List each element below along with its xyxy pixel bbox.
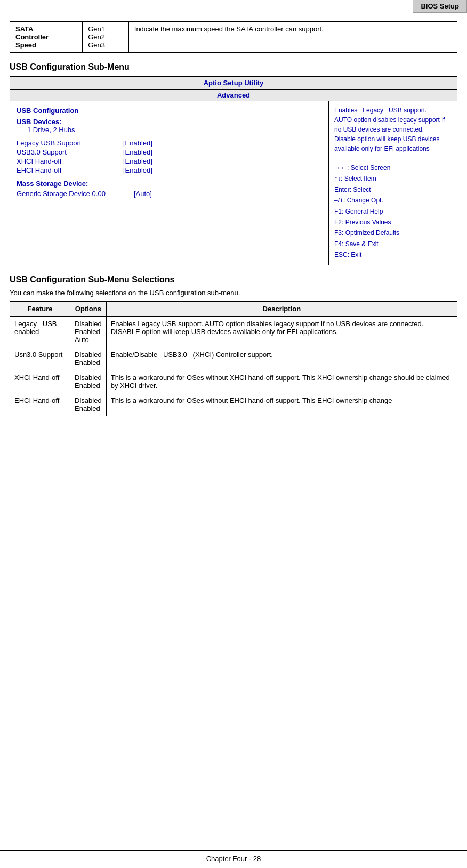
- aptio-panel: Aptio Setup Utility Advanced USB Configu…: [10, 76, 457, 265]
- ehci-label: EHCI Hand-off: [17, 166, 123, 174]
- ehci-value: [Enabled]: [123, 166, 152, 174]
- aptio-left-panel: USB Configuration USB Devices: 1 Drive, …: [10, 101, 329, 265]
- gen2-label: Gen2: [88, 33, 105, 41]
- usb-devices-value: 1 Drive, 2 Hubs: [27, 126, 75, 134]
- bios-setup-tab: BIOS Setup: [413, 0, 467, 13]
- mass-storage-device: Generic Storage Device 0.00: [17, 190, 134, 198]
- table-row: Legacy USB enabled DisabledEnabledAuto E…: [10, 316, 457, 347]
- usb-devices-section: USB Devices: 1 Drive, 2 Hubs: [17, 118, 322, 134]
- table-row: Usn3.0 Support DisabledEnabled Enable/Di…: [10, 347, 457, 370]
- desc-ehci: This is a workaround for OSes without EH…: [106, 393, 457, 416]
- legacy-usb-row: Legacy USB Support [Enabled]: [17, 139, 322, 147]
- desc-usn30: Enable/Disable USB3.0 (XHCI) Controller …: [106, 347, 457, 370]
- feature-usn30: Usn3.0 Support: [10, 347, 70, 370]
- usb30-row: USB3.0 Support [Enabled]: [17, 148, 322, 156]
- aptio-subheader: Advanced: [10, 90, 457, 101]
- aptio-body: USB Configuration USB Devices: 1 Drive, …: [10, 101, 457, 265]
- usb30-value: [Enabled]: [123, 148, 152, 156]
- aptio-right-panel: Enables Legacy USB support. AUTO option …: [329, 101, 457, 265]
- aptio-header: Aptio Setup Utility: [10, 77, 457, 90]
- ehci-row: EHCI Hand-off [Enabled]: [17, 166, 322, 174]
- selections-heading: USB Configuration Sub-Menu Selections: [10, 275, 457, 285]
- sata-table: SATA Controller Speed Gen1 Gen2 Gen3 Ind…: [10, 21, 457, 53]
- aptio-right-top-text: Enables Legacy USB support. AUTO option …: [334, 106, 452, 158]
- table-row: XHCI Hand-off DisabledEnabled This is a …: [10, 370, 457, 393]
- options-xhci: DisabledEnabled: [70, 370, 107, 393]
- usb30-label: USB3.0 Support: [17, 148, 123, 156]
- sata-feature-cell: SATA Controller Speed: [10, 22, 83, 53]
- selections-table: Feature Options Description Legacy USB e…: [10, 301, 457, 416]
- mass-storage-label: Mass Storage Device:: [17, 180, 322, 188]
- mass-storage-value: [Auto]: [134, 190, 152, 198]
- table-row: EHCI Hand-off DisabledEnabled This is a …: [10, 393, 457, 416]
- desc-legacy-usb: Enables Legacy USB support. AUTO option …: [106, 316, 457, 347]
- col-description: Description: [106, 301, 457, 316]
- legacy-usb-label: Legacy USB Support: [17, 139, 123, 147]
- legacy-usb-value: [Enabled]: [123, 139, 152, 147]
- col-feature: Feature: [10, 301, 70, 316]
- options-usn30: DisabledEnabled: [70, 347, 107, 370]
- feature-ehci: EHCI Hand-off: [10, 393, 70, 416]
- desc-xhci: This is a workaround for OSes without XH…: [106, 370, 457, 393]
- xhci-value: [Enabled]: [123, 157, 152, 165]
- feature-legacy-usb: Legacy USB enabled: [10, 316, 70, 347]
- options-legacy-usb: DisabledEnabledAuto: [70, 316, 107, 347]
- mass-storage-row: Generic Storage Device 0.00 [Auto]: [17, 190, 322, 198]
- gen3-label: Gen3: [88, 41, 105, 49]
- xhci-row: XHCI Hand-off [Enabled]: [17, 157, 322, 165]
- sata-options-cell: Gen1 Gen2 Gen3: [83, 22, 129, 53]
- usb-config-submenu-heading: USB Configuration Sub-Menu: [10, 62, 457, 72]
- sata-description-cell: Indicate the maximum speed the SATA cont…: [128, 22, 457, 53]
- options-ehci: DisabledEnabled: [70, 393, 107, 416]
- aptio-right-bottom-text: →←: Select Screen ↑↓: Select Item Enter:…: [334, 163, 452, 261]
- usb-config-title: USB Configuration: [17, 107, 322, 115]
- selections-subtext: You can make the following selections on…: [10, 289, 457, 297]
- col-options: Options: [70, 301, 107, 316]
- xhci-label: XHCI Hand-off: [17, 157, 123, 165]
- page-footer: Chapter Four - 28: [0, 850, 467, 863]
- gen1-label: Gen1: [88, 25, 105, 33]
- usb-devices-label: USB Devices:: [17, 118, 62, 126]
- feature-xhci: XHCI Hand-off: [10, 370, 70, 393]
